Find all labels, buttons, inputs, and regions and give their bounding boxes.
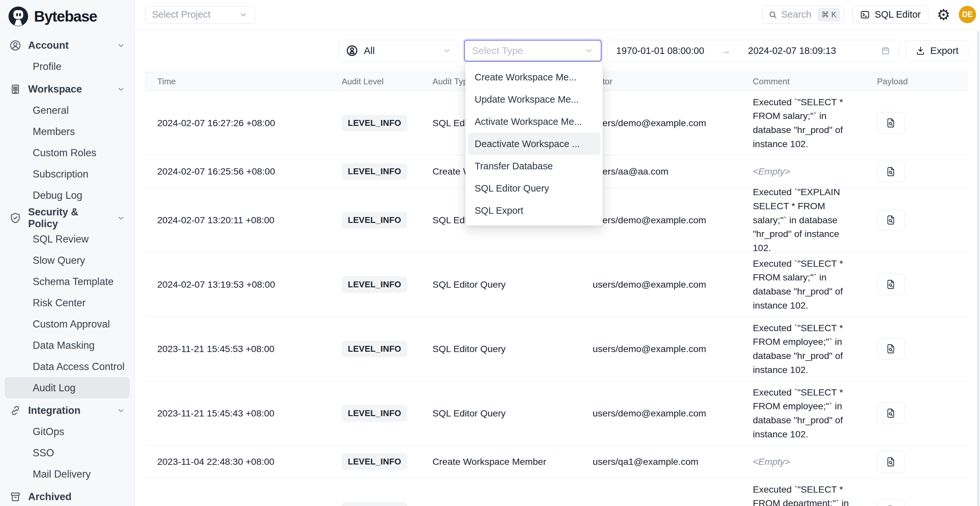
cell-payload [865, 403, 968, 424]
cell-payload [865, 161, 968, 182]
sidebar-section-account[interactable]: Account [5, 35, 130, 56]
type-filter-select[interactable]: Select Type [464, 40, 601, 62]
sidebar-section-integration[interactable]: Integration [5, 400, 130, 421]
scrollbar[interactable] [977, 31, 979, 506]
gear-icon[interactable]: ⚙ [937, 7, 950, 22]
dropdown-option-sql-editor-query[interactable]: SQL Editor Query [468, 177, 600, 199]
sidebar-section-security-policy[interactable]: Security & Policy [5, 207, 130, 229]
sidebar-item-sso[interactable]: SSO [5, 442, 130, 463]
table-row: 2024-02-07 13:19:53 +08:00 LEVEL_INFO SQ… [145, 252, 968, 317]
file-search-icon [885, 214, 897, 226]
cell-comment: <Empty> [740, 455, 865, 469]
payload-view-button[interactable] [877, 161, 905, 182]
cell-actor: users/demo@example.com [580, 505, 740, 506]
cell-time: 2024-02-07 16:27:26 +08:00 [145, 118, 329, 129]
export-button[interactable]: Export [905, 40, 968, 61]
dropdown-option-create-workspace-member[interactable]: Create Workspace Me... [468, 66, 600, 88]
column-header-audit-level: Audit Level [329, 76, 420, 87]
project-selector[interactable]: Select Project [145, 6, 255, 24]
chevron-down-icon [584, 46, 593, 55]
dropdown-option-deactivate-workspace-member[interactable]: Deactivate Workspace ... [468, 133, 600, 155]
search-input[interactable]: Search ⌘ K [763, 6, 844, 24]
user-circle-icon [9, 39, 22, 52]
payload-view-button[interactable] [877, 338, 905, 360]
column-header-actor: Actor [580, 76, 740, 87]
section-label: Workspace [28, 83, 82, 95]
sidebar-item-schema-template[interactable]: Schema Template [5, 271, 130, 292]
cell-actor: users/demo@example.com [580, 344, 740, 354]
sql-editor-button[interactable]: SQL Editor [852, 6, 928, 24]
table-row: 2023-11-04 22:48:30 +08:00 LEVEL_INFO Cr… [145, 446, 968, 478]
actor-filter-select[interactable]: All [339, 40, 458, 62]
avatar[interactable]: DE [959, 6, 976, 23]
sidebar-item-data-masking[interactable]: Data Masking [5, 335, 130, 356]
column-header-time: Time [145, 76, 329, 87]
payload-view-button[interactable] [877, 112, 905, 134]
dropdown-option-transfer-database[interactable]: Transfer Database [468, 155, 600, 177]
table-row: 2023-11-21 15:45:43 +08:00 LEVEL_INFO SQ… [145, 381, 968, 446]
arrow-right-icon: → [721, 45, 731, 56]
dropdown-option-sql-export[interactable]: SQL Export [468, 199, 600, 222]
cell-time: 2023-11-21 15:45:53 +08:00 [145, 344, 329, 354]
brand-logo[interactable]: Bytebase [0, 0, 134, 31]
download-icon [915, 45, 926, 56]
level-badge: LEVEL_INFO [342, 453, 407, 470]
cell-actor: users/qa1@example.com [580, 456, 740, 467]
topbar: Select Project Search ⌘ K [135, 0, 980, 29]
file-search-icon [885, 343, 897, 355]
sidebar-section-archived[interactable]: Archived [5, 486, 130, 506]
sidebar-item-sql-review[interactable]: SQL Review [5, 229, 130, 250]
level-badge: LEVEL_INFO [342, 405, 407, 422]
cell-comment: Executed `"SELECT * FROM salary;"` in da… [740, 256, 865, 312]
date-to[interactable]: 2024-02-07 18:09:13 [748, 45, 836, 56]
sidebar-item-profile[interactable]: Profile [5, 56, 130, 77]
sidebar-item-data-access-control[interactable]: Data Access Control [5, 356, 130, 377]
sidebar-item-slow-query[interactable]: Slow Query [5, 250, 130, 271]
sidebar-item-custom-approval[interactable]: Custom Approval [5, 313, 130, 335]
sidebar-item-debug-log[interactable]: Debug Log [5, 185, 130, 206]
cell-payload [865, 338, 968, 360]
chevron-down-icon [117, 85, 125, 94]
sidebar-item-mail-delivery[interactable]: Mail Delivery [5, 463, 130, 485]
cell-actor: users/demo@example.com [580, 118, 740, 129]
level-badge: LEVEL_INFO [342, 502, 407, 506]
cell-audit-type: Create Workspace Member [420, 456, 580, 467]
section-label: Integration [28, 405, 80, 417]
chevron-down-icon [117, 41, 125, 50]
keyboard-shortcut-badge: ⌘ K [818, 8, 840, 22]
file-search-icon [885, 504, 897, 506]
payload-view-button[interactable] [877, 209, 905, 231]
cell-audit-level: LEVEL_INFO [329, 115, 420, 131]
archive-icon [9, 491, 22, 503]
date-from[interactable]: 1970-01-01 08:00:00 [616, 45, 704, 56]
cell-audit-level: LEVEL_INFO [329, 212, 420, 229]
cell-comment: Executed `"SELECT * FROM department;"` i… [740, 482, 865, 506]
cell-audit-level: LEVEL_INFO [329, 163, 420, 180]
dropdown-option-update-workspace-member[interactable]: Update Workspace Me... [468, 88, 600, 110]
payload-view-button[interactable] [877, 403, 905, 424]
sidebar-section-workspace[interactable]: Workspace [5, 78, 130, 100]
cell-audit-type: SQL Editor Query [420, 344, 580, 354]
dropdown-option-activate-workspace-member[interactable]: Activate Workspace Me... [468, 110, 600, 133]
cell-audit-type: SQL Editor Query [420, 408, 580, 419]
level-badge: LEVEL_INFO [342, 341, 407, 357]
topbar-actions: Search ⌘ K SQL Editor ⚙ DE [763, 6, 976, 24]
payload-view-button[interactable] [877, 451, 905, 473]
sidebar-item-gitops[interactable]: GitOps [5, 421, 130, 442]
file-search-icon [885, 117, 897, 129]
payload-view-button[interactable] [877, 500, 905, 506]
cell-payload [865, 274, 968, 295]
level-badge: LEVEL_INFO [342, 163, 407, 180]
payload-view-button[interactable] [877, 274, 905, 295]
sidebar-item-audit-log[interactable]: Audit Log [5, 377, 130, 398]
cell-time: 2024-02-07 13:19:53 +08:00 [145, 279, 329, 290]
sidebar-item-general[interactable]: General [5, 100, 130, 121]
cell-comment: Executed `"EXPLAIN SELECT * FROM salary;… [740, 185, 865, 255]
sidebar-item-custom-roles[interactable]: Custom Roles [5, 142, 130, 164]
sidebar-item-risk-center[interactable]: Risk Center [5, 292, 130, 313]
date-range-picker[interactable]: 1970-01-01 08:00:00 → 2024-02-07 18:09:1… [607, 40, 900, 62]
column-header-payload: Payload [865, 76, 968, 87]
sidebar-item-members[interactable]: Members [5, 121, 130, 142]
cell-comment: Executed `"SELECT * FROM employee;"` in … [740, 385, 865, 441]
sidebar-item-subscription[interactable]: Subscription [5, 164, 130, 185]
